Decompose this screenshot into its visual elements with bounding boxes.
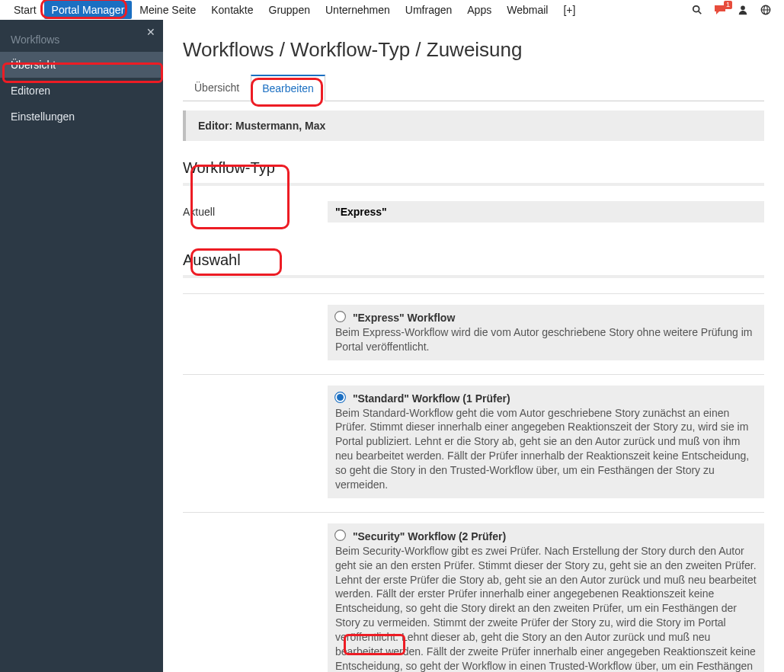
- tab-bearbeiten[interactable]: Bearbeiten: [251, 75, 325, 101]
- tabs: Übersicht Bearbeiten: [183, 74, 764, 101]
- option-security: "Security" Workflow (2 Prüfer) Beim Secu…: [183, 512, 764, 672]
- sidebar-item-editoren[interactable]: Editoren: [0, 78, 163, 104]
- nav-meine-seite[interactable]: Meine Seite: [132, 1, 203, 19]
- sidebar-item-uebersicht[interactable]: Übersicht: [0, 52, 163, 78]
- svg-line-1: [699, 11, 702, 14]
- chat-badge: 1: [724, 1, 732, 9]
- nav-right: 1: [691, 4, 778, 16]
- radio-security[interactable]: "Security" Workflow (2 Prüfer): [335, 530, 506, 542]
- tab-uebersicht[interactable]: Übersicht: [183, 75, 251, 101]
- sidebar-item-einstellungen[interactable]: Einstellungen: [0, 104, 163, 130]
- main-content: Workflows / Workflow-Typ / Zuweisung Übe…: [163, 20, 784, 672]
- radio-express[interactable]: "Express" Workflow: [335, 312, 455, 324]
- option-desc: Beim Express-Workflow wird die vom Autor…: [335, 326, 753, 353]
- svg-point-0: [693, 5, 699, 11]
- section-workflow-typ: Workflow-Typ: [183, 159, 764, 183]
- nav-gruppen[interactable]: Gruppen: [261, 1, 318, 19]
- editor-banner: Editor: Mustermann, Max: [183, 110, 764, 141]
- sidebar-close-icon[interactable]: ✕: [146, 26, 155, 38]
- nav-left: Start Portal Manager Meine Seite Kontakt…: [6, 1, 583, 19]
- option-desc: Beim Security-Workflow gibt es zwei Prüf…: [335, 545, 757, 672]
- svg-point-2: [741, 5, 745, 10]
- chat-icon[interactable]: 1: [714, 4, 726, 16]
- option-title: "Security" Workflow (2 Prüfer): [353, 530, 506, 542]
- nav-unternehmen[interactable]: Unternehmen: [318, 1, 398, 19]
- current-value: "Express": [328, 201, 764, 222]
- content-wrap: ✕ Workflows Übersicht Editoren Einstellu…: [0, 20, 784, 672]
- search-icon[interactable]: [691, 4, 703, 16]
- section-auswahl: Auswahl: [183, 251, 764, 275]
- nav-kontakte[interactable]: Kontakte: [203, 1, 261, 19]
- sidebar-section-title: Workflows: [0, 20, 163, 52]
- row-current: Aktuell "Express": [183, 201, 764, 222]
- nav-umfragen[interactable]: Umfragen: [398, 1, 459, 19]
- globe-icon[interactable]: [760, 4, 772, 16]
- top-nav: Start Portal Manager Meine Seite Kontakt…: [0, 0, 784, 20]
- option-desc: Beim Standard-Workflow geht die vom Auto…: [335, 407, 749, 491]
- current-label: Aktuell: [183, 201, 328, 222]
- nav-webmail[interactable]: Webmail: [499, 1, 555, 19]
- nav-apps[interactable]: Apps: [459, 1, 499, 19]
- nav-start[interactable]: Start: [6, 1, 44, 19]
- nav-plus[interactable]: [+]: [555, 1, 583, 19]
- option-standard: "Standard" Workflow (1 Prüfer) Beim Stan…: [183, 374, 764, 512]
- option-title: "Express" Workflow: [353, 312, 455, 324]
- user-icon[interactable]: [737, 4, 749, 16]
- option-express: "Express" Workflow Beim Express-Workflow…: [183, 293, 764, 374]
- radio-standard[interactable]: "Standard" Workflow (1 Prüfer): [335, 392, 510, 405]
- nav-portal-manager[interactable]: Portal Manager: [44, 1, 133, 19]
- option-title: "Standard" Workflow (1 Prüfer): [353, 392, 510, 405]
- sidebar: ✕ Workflows Übersicht Editoren Einstellu…: [0, 20, 163, 672]
- page-title: Workflows / Workflow-Typ / Zuweisung: [183, 38, 764, 62]
